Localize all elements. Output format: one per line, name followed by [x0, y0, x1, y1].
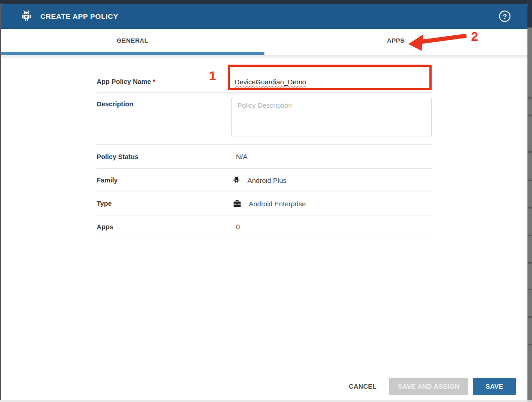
type-value: Android Enterprise	[249, 200, 306, 208]
tab-general[interactable]: GENERAL	[1, 29, 264, 52]
help-icon: ?	[503, 12, 507, 20]
family-row: Family Android Plus	[97, 169, 432, 192]
android-plus-icon	[232, 176, 241, 184]
active-tab-indicator	[1, 52, 264, 55]
type-label: Type	[97, 200, 231, 207]
help-button[interactable]: ?	[499, 11, 510, 22]
policy-status-row: Policy Status N/A	[97, 145, 432, 169]
policy-status-value: N/A	[231, 153, 432, 160]
dialog-header: CREATE APP POLICY ?	[1, 4, 527, 29]
briefcase-icon	[232, 199, 242, 208]
type-row: Type Android Enterprise	[97, 192, 432, 215]
description-label: Description	[97, 100, 231, 108]
general-form: App Policy Name * DeviceGuardian_Demo De…	[97, 58, 432, 238]
app-policy-name-label: App Policy Name *	[97, 78, 231, 85]
tab-general-label: GENERAL	[117, 37, 148, 44]
description-row: Description	[97, 93, 432, 145]
tab-apps[interactable]: APPS	[264, 29, 528, 52]
create-app-policy-dialog: CREATE APP POLICY ? GENERAL APPS App Pol…	[1, 4, 527, 400]
tab-apps-label: APPS	[387, 37, 405, 44]
dialog-footer: CANCEL SAVE AND ASSIGN SAVE	[342, 378, 516, 395]
android-plus-icon	[20, 10, 33, 22]
apps-label: Apps	[97, 223, 231, 231]
app-policy-name-input[interactable]: DeviceGuardian_Demo	[231, 72, 432, 92]
family-label: Family	[97, 176, 231, 184]
app-policy-name-row: App Policy Name * DeviceGuardian_Demo	[97, 58, 432, 93]
save-button[interactable]: SAVE	[473, 378, 516, 395]
apps-value: 0	[231, 223, 432, 231]
dimmed-page-top	[0, 0, 532, 4]
dialog-title: CREATE APP POLICY	[40, 12, 118, 21]
cancel-button[interactable]: CANCEL	[342, 378, 383, 395]
app-policy-name-value: DeviceGuardian_Demo	[235, 78, 306, 86]
save-and-assign-button[interactable]: SAVE AND ASSIGN	[389, 378, 468, 395]
description-input[interactable]	[231, 97, 432, 137]
dimmed-page-right	[527, 0, 532, 402]
required-asterisk: *	[153, 78, 155, 85]
dimmed-page-bottom	[0, 400, 527, 402]
tab-bar: GENERAL APPS	[1, 29, 527, 52]
policy-status-label: Policy Status	[97, 153, 231, 160]
apps-row: Apps 0	[97, 215, 432, 238]
family-value: Android Plus	[247, 176, 286, 184]
tab-underline-row	[1, 52, 527, 55]
